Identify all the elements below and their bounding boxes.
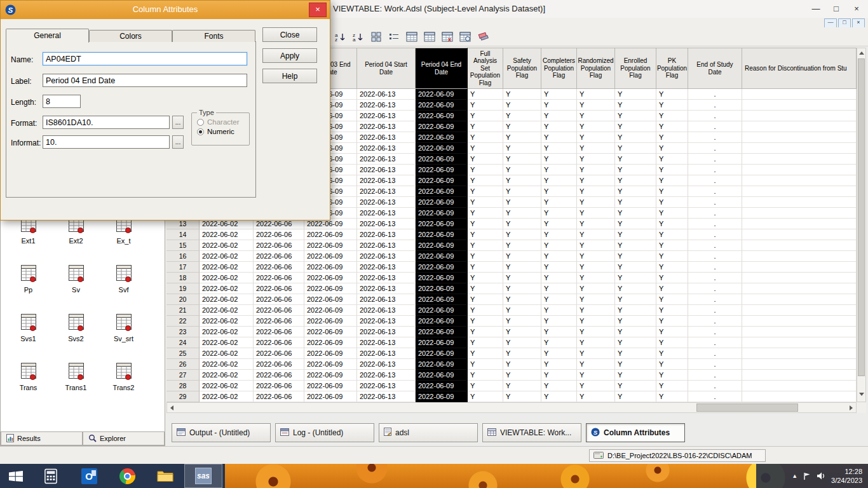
table-cell[interactable]: 2022-06-13 [357,316,416,327]
scroll-right-icon[interactable] [850,405,853,410]
table-cell[interactable]: Y [503,208,541,219]
row-number[interactable]: 22 [166,316,200,327]
table-cell[interactable]: 2022-06-06 [254,391,304,402]
table-cell[interactable]: Y [656,359,688,370]
table-cell[interactable]: Y [656,165,688,175]
table-cell[interactable]: Y [541,381,577,391]
table-cell[interactable]: 2022-06-09 [416,219,468,229]
table-cell[interactable]: 2022-06-09 [304,273,357,283]
tab-general[interactable]: General [6,29,89,43]
table-cell[interactable]: 2022-06-13 [357,186,416,197]
table-cell[interactable]: . [688,175,742,186]
table-cell[interactable]: Y [656,89,688,100]
table-cell[interactable]: Y [468,327,503,337]
table-cell[interactable]: Y [541,143,577,154]
tab-fonts[interactable]: Fonts [172,30,255,42]
table-cell[interactable]: 2022-06-02 [200,391,254,402]
table-cell[interactable]: Y [577,229,615,240]
window-button-4[interactable]: SColumn Attributes [586,423,685,442]
table-cell[interactable]: . [688,165,742,175]
table-cell[interactable]: Y [577,381,615,391]
dataset-item-svs2[interactable]: Svs2 [52,313,100,342]
column-header[interactable]: End of Study Date [688,48,742,89]
table-cell[interactable] [742,229,857,240]
table-cell[interactable]: Y [541,165,577,175]
panel-tab-explorer[interactable]: Explorer [83,431,165,445]
table-cell[interactable]: Y [541,294,577,305]
table-cell[interactable]: Y [503,370,541,381]
table-cell[interactable] [742,208,857,219]
table-cell[interactable]: 2022-06-13 [357,208,416,219]
table-cell[interactable]: Y [541,240,577,251]
column-header[interactable]: Reason for Discontinuation from Stu [742,48,857,89]
table-cell[interactable]: Y [656,305,688,316]
table-cell[interactable]: 2022-06-09 [304,294,357,305]
table-cell[interactable]: Y [615,229,656,240]
taskbar-clock[interactable]: 12:283/24/2023 [831,467,862,485]
table-cell[interactable]: . [688,348,742,359]
dataset-item-svs1[interactable]: Svs1 [4,313,52,342]
column-header[interactable]: Completers Population Flag [541,48,577,89]
mdi-restore-button[interactable]: □ [838,18,851,28]
row-number[interactable]: 26 [166,359,200,370]
table-cell[interactable]: 2022-06-13 [357,175,416,186]
row-number[interactable]: 14 [166,229,200,240]
mdi-close-button[interactable]: × [852,18,865,28]
table-cell[interactable]: . [688,132,742,143]
table-cell[interactable]: 2022-06-09 [416,132,468,143]
maximize-button[interactable]: □ [826,0,846,17]
table-cell[interactable]: Y [577,316,615,327]
table-cell[interactable]: 2022-06-09 [416,381,468,391]
table-cell[interactable]: Y [468,273,503,283]
format-input[interactable] [43,116,170,129]
vertical-scroll-thumb[interactable] [858,58,865,376]
name-input[interactable] [43,52,247,65]
window-button-1[interactable]: Log - (Untitled) [275,423,374,442]
table-cell[interactable]: Y [656,186,688,197]
table-cell[interactable]: Y [615,391,656,402]
table-cell[interactable]: Y [503,143,541,154]
row-number[interactable]: 20 [166,294,200,305]
grid-view-icon[interactable] [369,30,383,44]
table-cell[interactable] [742,165,857,175]
table-cell[interactable] [742,370,857,381]
table-cell[interactable]: . [688,229,742,240]
table-cell[interactable] [742,143,857,154]
table-cell[interactable]: Y [541,251,577,262]
table-cell[interactable]: Y [503,391,541,402]
table-cell[interactable]: Y [468,316,503,327]
row-number[interactable]: 18 [166,273,200,283]
table-cell[interactable]: Y [503,240,541,251]
table-cell[interactable]: Y [615,316,656,327]
table-cell[interactable]: Y [615,154,656,165]
table-cell[interactable]: Y [503,327,541,337]
table-cell[interactable]: 2022-06-09 [416,121,468,132]
table-cell[interactable]: 2022-06-02 [200,337,254,348]
table-cell[interactable]: 2022-06-09 [416,197,468,208]
type-numeric-radio[interactable]: Numeric [197,128,249,135]
table-cell[interactable]: 2022-06-09 [416,251,468,262]
table-cell[interactable]: . [688,359,742,370]
table-cell[interactable]: 2022-06-06 [254,381,304,391]
table-cell[interactable]: Y [577,337,615,348]
table-cell[interactable]: Y [615,208,656,219]
table-cell[interactable]: 2022-06-02 [200,381,254,391]
table-cell[interactable]: Y [503,229,541,240]
table-cell[interactable]: Y [468,100,503,111]
table-cell[interactable]: Y [503,165,541,175]
label-input[interactable] [43,74,247,87]
table-cell[interactable]: Y [468,121,503,132]
table-cell[interactable]: 2022-06-02 [200,240,254,251]
taskbar-app-file-explorer[interactable] [146,464,184,488]
table-cell[interactable] [742,348,857,359]
table-cell[interactable]: 2022-06-13 [357,229,416,240]
table-cell[interactable]: Y [656,370,688,381]
table-cell[interactable]: Y [656,111,688,121]
table-cell[interactable]: . [688,143,742,154]
informat-input[interactable] [43,135,170,149]
table-cell[interactable] [742,316,857,327]
table-cell[interactable]: Y [615,100,656,111]
table-cell[interactable]: Y [656,381,688,391]
table-cell[interactable]: Y [503,89,541,100]
table-cell[interactable]: 2022-06-09 [416,348,468,359]
